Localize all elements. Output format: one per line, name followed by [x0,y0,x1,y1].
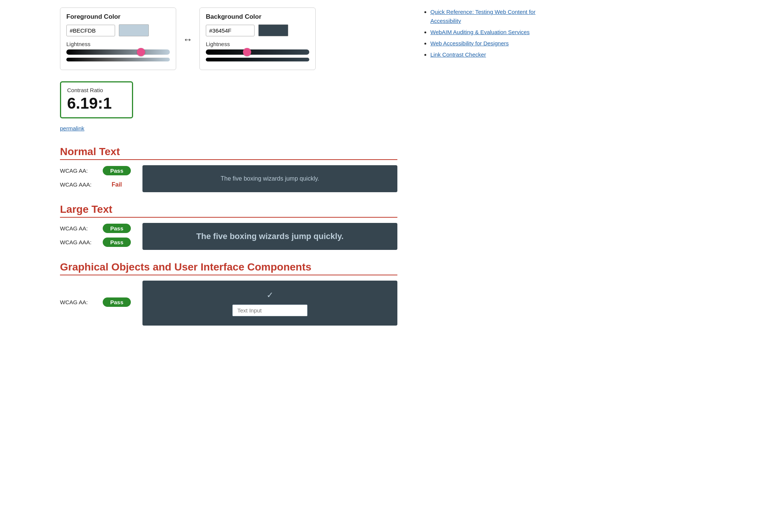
graphical-aa-label: WCAG AA: [60,299,97,305]
foreground-hex-input[interactable] [66,25,115,36]
graphical-aa-badge: Pass [103,297,131,307]
normal-text-demo-text: The five boxing wizards jump quickly. [221,175,319,182]
foreground-lightness-label: Lightness [66,41,170,47]
normal-text-aaa-badge: Fail [103,180,131,190]
foreground-title: Foreground Color [66,13,170,21]
large-text-demo-text: The five boxing wizards jump quickly. [196,232,343,241]
large-text-aaa-badge: Pass [103,238,131,247]
normal-text-section: Normal Text WCAG AA: Pass WCAG AAA: Fail… [60,146,397,192]
normal-text-aa-badge: Pass [103,166,131,175]
large-text-aa-row: WCAG AA: Pass [60,224,139,233]
large-text-section: Large Text WCAG AA: Pass WCAG AAA: Pass … [60,203,397,250]
normal-text-aaa-label: WCAG AAA: [60,181,97,188]
sidebar-link-quick-ref[interactable]: Quick Reference: Testing Web Content for… [430,9,535,24]
normal-text-demo-box: The five boxing wizards jump quickly. [142,165,397,192]
normal-text-aaa-row: WCAG AAA: Fail [60,180,139,190]
graphical-demo-box: ✓ [142,281,397,326]
sidebar: Quick Reference: Testing Web Content for… [412,0,555,532]
background-lightness-label: Lightness [206,41,309,47]
checkmark-icon: ✓ [267,290,273,300]
text-input-demo[interactable] [232,305,307,316]
contrast-ratio-box: Contrast Ratio 6.19:1 [60,81,133,118]
large-text-aa-badge: Pass [103,224,131,233]
large-text-heading: Large Text [60,203,397,218]
foreground-swatch [119,24,149,36]
large-text-aaa-row: WCAG AAA: Pass [60,238,139,247]
background-color-box: Background Color Lightness [199,7,316,70]
normal-text-aa-row: WCAG AA: Pass [60,166,139,175]
background-title: Background Color [206,13,309,21]
normal-text-aa-label: WCAG AA: [60,167,97,174]
normal-text-wcag-rows: WCAG AA: Pass WCAG AAA: Fail [60,165,142,192]
sidebar-item-web-accessibility: Web Accessibility for Designers [430,39,544,48]
swap-colors-button[interactable]: ↔ [176,34,199,45]
sidebar-item-webaim-auditing: WebAIM Auditing & Evaluation Services [430,28,544,37]
sidebar-link-web-accessibility[interactable]: Web Accessibility for Designers [430,40,509,46]
foreground-lightness-slider[interactable] [66,49,170,61]
background-swatch [258,24,288,36]
foreground-color-box: Foreground Color Lightness [60,7,176,70]
sidebar-item-link-contrast: Link Contrast Checker [430,50,544,59]
background-hex-input[interactable] [206,25,255,36]
graphical-wcag-rows: WCAG AA: Pass [60,281,142,326]
large-text-aaa-label: WCAG AAA: [60,239,97,245]
sidebar-item-quick-ref: Quick Reference: Testing Web Content for… [430,7,544,25]
large-text-aa-label: WCAG AA: [60,225,97,232]
large-text-demo-box: The five boxing wizards jump quickly. [142,223,397,250]
normal-text-heading: Normal Text [60,146,397,160]
contrast-ratio-label: Contrast Ratio [67,87,126,93]
contrast-ratio-value: 6.19:1 [67,95,126,112]
large-text-wcag-rows: WCAG AA: Pass WCAG AAA: Pass [60,223,142,250]
background-lightness-slider[interactable] [206,49,309,61]
sidebar-link-link-contrast[interactable]: Link Contrast Checker [430,51,486,58]
graphical-section: Graphical Objects and User Interface Com… [60,261,397,326]
graphical-heading: Graphical Objects and User Interface Com… [60,261,397,275]
sidebar-link-list: Quick Reference: Testing Web Content for… [424,7,544,59]
graphical-aa-row: WCAG AA: Pass [60,297,139,307]
sidebar-link-webaim-auditing[interactable]: WebAIM Auditing & Evaluation Services [430,29,530,35]
permalink-link[interactable]: permalink [60,125,84,132]
